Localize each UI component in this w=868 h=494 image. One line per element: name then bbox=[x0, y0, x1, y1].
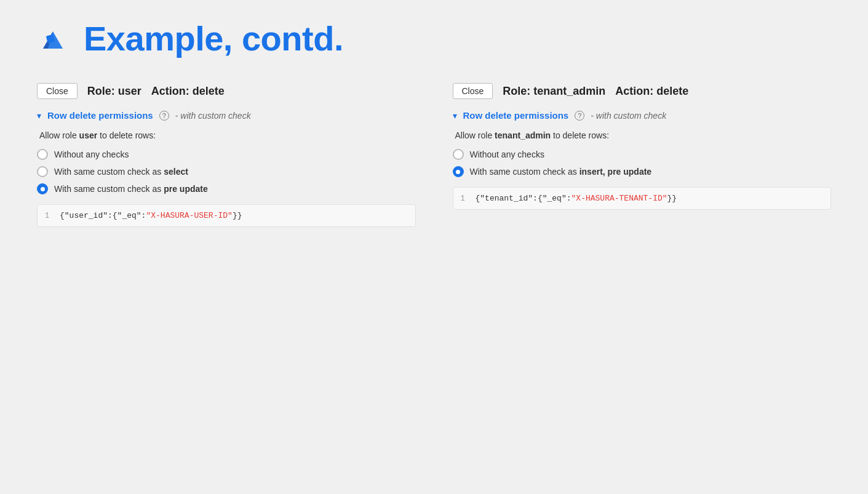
radio-no-check-left[interactable]: Without any checks bbox=[37, 149, 416, 160]
radio-pre-update-left[interactable]: With same custom check as pre update bbox=[37, 183, 416, 194]
panels-row: Close Role: user Action: delete ▾ Row de… bbox=[37, 83, 831, 227]
radio-select-check-left[interactable]: With same custom check as select bbox=[37, 166, 416, 177]
radio-insert-check-right[interactable]: With same custom check as insert, pre up… bbox=[453, 166, 832, 177]
with-check-text-left: - with custom check bbox=[175, 111, 251, 121]
allow-text-right: Allow role tenant_admin to delete rows: bbox=[455, 130, 832, 140]
section-header-right: ▾ Row delete permissions ? - with custom… bbox=[453, 110, 832, 121]
radio-btn-no-check-left[interactable] bbox=[37, 149, 48, 160]
action-label-left: Action: delete bbox=[151, 85, 225, 98]
code-block-right: 1 {"tenant_id":{"_eq":"X-HASURA-TENANT-I… bbox=[453, 187, 832, 210]
panel-right: Close Role: tenant_admin Action: delete … bbox=[453, 83, 832, 210]
code-key-right: {"tenant_id":{"_eq": bbox=[476, 194, 571, 203]
role-label-right: Role: tenant_admin bbox=[503, 85, 605, 98]
logo-icon bbox=[37, 23, 69, 55]
panel-left: Close Role: user Action: delete ▾ Row de… bbox=[37, 83, 416, 227]
radio-group-left: Without any checks With same custom chec… bbox=[37, 149, 416, 194]
allow-text-left: Allow role user to delete rows: bbox=[39, 130, 416, 140]
radio-label-insert-right: With same custom check as insert, pre up… bbox=[470, 167, 652, 177]
code-block-left: 1 {"user_id":{"_eq":"X-HASURA-USER-ID"}} bbox=[37, 204, 416, 227]
code-string-right: "X-HASURA-TENANT-ID" bbox=[571, 194, 667, 203]
radio-label-pre-update-left: With same custom check as pre update bbox=[54, 184, 208, 194]
line-number-right: 1 bbox=[461, 194, 468, 203]
action-label-right: Action: delete bbox=[615, 85, 688, 98]
section-title-right: Row delete permissions bbox=[463, 110, 569, 121]
section-header-left: ▾ Row delete permissions ? - with custom… bbox=[37, 110, 416, 121]
radio-label-no-check-right: Without any checks bbox=[470, 149, 544, 159]
close-button-left[interactable]: Close bbox=[37, 83, 78, 99]
with-check-text-right: - with custom check bbox=[591, 111, 666, 121]
radio-group-right: Without any checks With same custom chec… bbox=[453, 149, 832, 177]
radio-btn-select-left[interactable] bbox=[37, 166, 48, 177]
radio-btn-pre-update-left[interactable] bbox=[37, 183, 48, 194]
page-title: Example, contd. bbox=[84, 18, 343, 58]
radio-btn-no-check-right[interactable] bbox=[453, 149, 464, 160]
radio-label-select-left: With same custom check as select bbox=[54, 167, 188, 177]
code-close-left: }} bbox=[233, 211, 242, 220]
panel-right-header: Close Role: tenant_admin Action: delete bbox=[453, 83, 832, 99]
header: Example, contd. bbox=[37, 18, 831, 58]
panel-left-header: Close Role: user Action: delete bbox=[37, 83, 416, 99]
code-close-right: }} bbox=[667, 194, 677, 203]
code-content-left: {"user_id":{"_eq":"X-HASURA-USER-ID"}} bbox=[60, 211, 242, 220]
help-icon-right[interactable]: ? bbox=[575, 111, 584, 121]
radio-label-no-check-left: Without any checks bbox=[54, 149, 129, 159]
role-label-left: Role: user bbox=[87, 85, 141, 98]
page-wrapper: Example, contd. Close Role: user Action:… bbox=[0, 0, 868, 494]
radio-no-check-right[interactable]: Without any checks bbox=[453, 149, 832, 160]
code-content-right: {"tenant_id":{"_eq":"X-HASURA-TENANT-ID"… bbox=[476, 194, 677, 203]
close-button-right[interactable]: Close bbox=[453, 83, 493, 99]
chevron-down-icon-right[interactable]: ▾ bbox=[453, 111, 457, 121]
code-string-left: "X-HASURA-USER-ID" bbox=[146, 211, 232, 220]
chevron-down-icon-left[interactable]: ▾ bbox=[37, 111, 41, 121]
code-key-left: {"user_id":{"_eq": bbox=[60, 211, 146, 220]
section-title-left: Row delete permissions bbox=[47, 110, 153, 121]
line-number-left: 1 bbox=[45, 212, 52, 220]
help-icon-left[interactable]: ? bbox=[159, 111, 169, 121]
radio-btn-insert-right[interactable] bbox=[453, 166, 464, 177]
